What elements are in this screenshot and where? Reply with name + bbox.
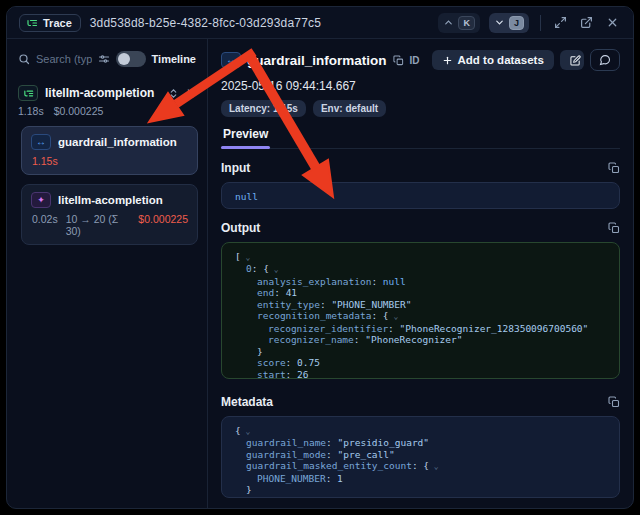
trace-tree-sidebar: Timeline litellm-acompletion [7,39,208,508]
observation-item-guardrail[interactable]: ↔ guardrail_information 1.15s [21,126,198,175]
expand-icon[interactable] [552,14,569,31]
trace-root-duration: 1.18s [18,105,44,117]
trace-root-meta: 1.18s $0.000225 [16,101,198,117]
input-section-label: Input [221,161,250,175]
chevron-down-icon [494,17,505,28]
copy-id-icon[interactable] [393,55,404,66]
annotate-split-button: Annotate [560,50,584,70]
copy-metadata-icon[interactable] [608,396,620,408]
plus-icon [442,55,453,66]
add-to-datasets-button[interactable]: Add to datasets [432,50,554,70]
trace-root-cost: $0.000225 [54,105,104,117]
search-input[interactable] [36,53,92,65]
detail-tabs: Preview [221,127,620,149]
close-icon[interactable] [604,14,621,31]
search-row: Timeline [16,49,198,77]
annotate-button[interactable]: Annotate [560,50,584,70]
metadata-json-viewer[interactable]: { ⌄guardrail_name: "presidio_guard"guard… [221,416,620,498]
keycap-j: J [509,16,524,30]
observation-header: ↔ guardrail_information ID Add to datase… [221,49,620,71]
topbar: Trace 3dd538d8-b25e-4382-8fcc-03d293da77… [7,7,633,39]
badge-row: Latency: 1.15s Env: default [221,100,620,117]
list-tree-icon [26,17,38,29]
observation-name: guardrail_information [58,136,177,148]
observation-title: guardrail_information [247,53,387,68]
arrows-horizontal-icon: ↔ [31,134,51,150]
timeline-toggle[interactable] [116,51,146,67]
observation-item-litellm[interactable]: ✦ litellm-acompletion 0.02s 10 → 20 (Σ 3… [21,184,198,245]
copy-input-icon[interactable] [608,162,620,174]
observation-name: litellm-acompletion [58,194,163,206]
trace-id: 3dd538d8-b25e-4382-8fcc-03d293da77c5 [90,16,321,30]
trace-tree: litellm-acompletion 1.18s $0.000225 [16,85,198,245]
observation-tokens: 10 → 20 (Σ 30) [66,213,131,237]
expand-all-icon[interactable] [168,88,179,99]
tab-preview[interactable]: Preview [221,127,270,148]
filter-sliders-icon[interactable] [98,53,110,65]
output-json-viewer[interactable]: [ ⌄0: { ⌄analysis_explanation: nullend: … [221,242,620,379]
open-external-icon[interactable] [578,14,595,31]
timeline-toggle-label: Timeline [152,53,196,65]
observation-timestamp: 2025-05-16 09:44:14.667 [221,79,620,93]
id-label: ID [410,55,420,66]
chevron-up-icon [443,17,454,28]
env-badge: Env: default [313,100,386,117]
comment-bubble-icon [599,54,611,66]
edit-pencil-icon [570,55,581,66]
trace-root-item[interactable]: litellm-acompletion [16,85,198,101]
collapse-all-icon[interactable] [185,88,196,99]
trace-detail-window: Trace 3dd538d8-b25e-4382-8fcc-03d293da77… [6,6,634,509]
add-to-datasets-label: Add to datasets [458,54,544,66]
latency-badge: Latency: 1.15s [221,100,306,117]
search-icon [18,53,30,65]
comments-button[interactable] [590,49,620,71]
trace-type-badge: Trace [19,14,81,32]
observation-duration: 0.02s [32,213,58,237]
observation-cost: $0.000225 [138,213,188,237]
arrows-horizontal-icon: ↔ [221,52,241,68]
keycap-k: K [458,16,475,30]
trace-root-name: litellm-acompletion [45,86,161,100]
topbar-divider [540,15,541,31]
copy-output-icon[interactable] [608,222,620,234]
output-section-label: Output [221,221,260,235]
input-json-viewer[interactable]: null [221,182,620,209]
metadata-section-label: Metadata [221,395,273,409]
observation-detail-panel: ↔ guardrail_information ID Add to datase… [208,39,633,508]
trace-type-label: Trace [43,17,72,29]
observation-duration: 1.15s [32,155,58,167]
trace-root-icon [18,85,38,101]
prev-trace-button[interactable]: K [438,13,480,33]
next-trace-button[interactable]: J [489,13,529,33]
sparkles-icon: ✦ [31,192,51,208]
